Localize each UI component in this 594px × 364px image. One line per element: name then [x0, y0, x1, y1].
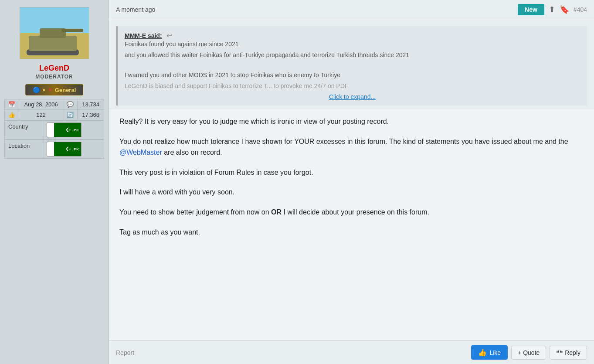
quote-expand-icon[interactable]: ↩: [166, 32, 172, 39]
post-time: A moment ago: [116, 6, 155, 13]
likes-row: 👍 122 🔄 17,368: [5, 110, 104, 120]
footer-actions: 👍 Like + Quote ❝❝ Reply: [471, 345, 587, 360]
join-date-row: 📅 Aug 28, 2006 💬 13,734: [5, 99, 104, 110]
country-flag: ☪ .PK: [47, 122, 81, 137]
rank-icon-2: ♦: [43, 87, 45, 93]
post-paragraph-5: You need to show better judgement from n…: [119, 207, 584, 218]
sidebar: LeGenD MODERATOR 🔵 ♦ ✕ General 📅 Aug 28,…: [0, 0, 109, 364]
post-p5-bold: OR: [271, 208, 282, 216]
join-date: Aug 28, 2006: [19, 99, 63, 110]
location-row: Location ☪ .PK: [4, 139, 104, 159]
post-p5-text2: I will decide about your presence on thi…: [282, 208, 429, 216]
quote-line2: and you allowed this waiter Foinikas for…: [125, 51, 580, 60]
post-paragraph-1: Really? It is very easy for you to judge…: [119, 116, 584, 127]
calendar-icon: 📅: [5, 99, 19, 110]
new-button[interactable]: New: [518, 4, 544, 15]
location-flag-cell: ☪ .PK: [44, 140, 104, 158]
quote-text: Foinikas found you against me since 2021…: [125, 40, 580, 91]
crescent-icon: ☪: [66, 126, 71, 133]
rank-icon-3: ✕: [48, 87, 52, 93]
main-content: A moment ago New ⬆ 🔖 #404 MMM-E said: ↩ …: [109, 0, 594, 364]
post-container: LeGenD MODERATOR 🔵 ♦ ✕ General 📅 Aug 28,…: [0, 0, 594, 364]
reply-label: Reply: [565, 349, 580, 356]
rank-icon-1: 🔵: [33, 86, 40, 93]
avatar: [20, 7, 89, 59]
post-p2-text2: are also on record.: [162, 149, 222, 156]
reply-button[interactable]: ❝❝ Reply: [550, 346, 587, 360]
post-paragraph-3: This very post is in violation of Forum …: [119, 167, 584, 178]
rank-badge: 🔵 ♦ ✕ General: [25, 84, 84, 95]
country-row: Country ☪ .PK: [4, 120, 104, 139]
reactions-count: 17,368: [78, 110, 104, 120]
post-actions: New ⬆ 🔖 #404: [518, 4, 587, 15]
report-link[interactable]: Report: [116, 349, 134, 356]
click-expand[interactable]: Click to expand...: [125, 93, 580, 100]
messages-count: 13,734: [78, 99, 104, 110]
post-paragraph-4: I will have a word with you very soon.: [119, 187, 584, 198]
quote-button[interactable]: + Quote: [511, 346, 546, 360]
likes-count: 122: [19, 110, 63, 120]
post-number: #404: [574, 6, 587, 13]
post-p5-text1: You need to show better judgement from n…: [119, 208, 271, 216]
location-flag: ☪ .PK: [47, 142, 81, 156]
country-flag-cell: ☪ .PK: [44, 121, 104, 139]
quote-author: MMM-E said:: [125, 32, 162, 39]
like-label: Like: [489, 349, 501, 356]
quote-block: MMM-E said: ↩ Foinikas found you against…: [116, 26, 587, 105]
quote-header: MMM-E said: ↩: [125, 31, 580, 40]
webmaster-link[interactable]: @WebMaster: [119, 149, 162, 156]
stats-table: 📅 Aug 28, 2006 💬 13,734 👍 122 🔄 17,368: [4, 99, 104, 120]
share-icon[interactable]: ⬆: [549, 5, 555, 14]
flag-text: .PK: [72, 128, 79, 132]
like-button[interactable]: 👍 Like: [471, 345, 508, 360]
location-flag-text: .PK: [72, 147, 79, 151]
reactions-icon: 🔄: [63, 110, 78, 120]
reply-icon: ❝❝: [556, 349, 565, 356]
post-p2-text1: You do not realize how much tolerance I …: [119, 138, 568, 145]
username: LeGenD: [39, 64, 69, 73]
bookmark-icon[interactable]: 🔖: [560, 5, 569, 14]
user-role: MODERATOR: [35, 74, 73, 80]
tank-body: [29, 36, 77, 51]
post-header: A moment ago New ⬆ 🔖 #404: [109, 0, 594, 19]
post-paragraph-2: You do not realize how much tolerance I …: [119, 136, 584, 158]
thumbs-up-icon: 👍: [5, 110, 19, 120]
country-label: Country: [5, 121, 44, 139]
post-body: Really? It is very easy for you to judge…: [109, 109, 594, 340]
post-paragraph-6: Tag as much as you want.: [119, 227, 584, 238]
quote-line1: Foinikas found you against me since 2021: [125, 40, 580, 49]
location-label: Location: [5, 140, 44, 158]
tank-barrel: [61, 29, 83, 32]
rank-label: General: [55, 87, 76, 93]
like-icon: 👍: [478, 348, 487, 357]
quote-blurred: LeGenD is biased and support Foinikas to…: [125, 82, 580, 91]
post-footer: Report 👍 Like + Quote ❝❝ Reply: [109, 340, 594, 364]
quote-line3: I warned you and other MODS in 2021 to s…: [125, 71, 580, 80]
messages-icon: 💬: [63, 99, 78, 110]
location-crescent-icon: ☪: [66, 146, 71, 153]
